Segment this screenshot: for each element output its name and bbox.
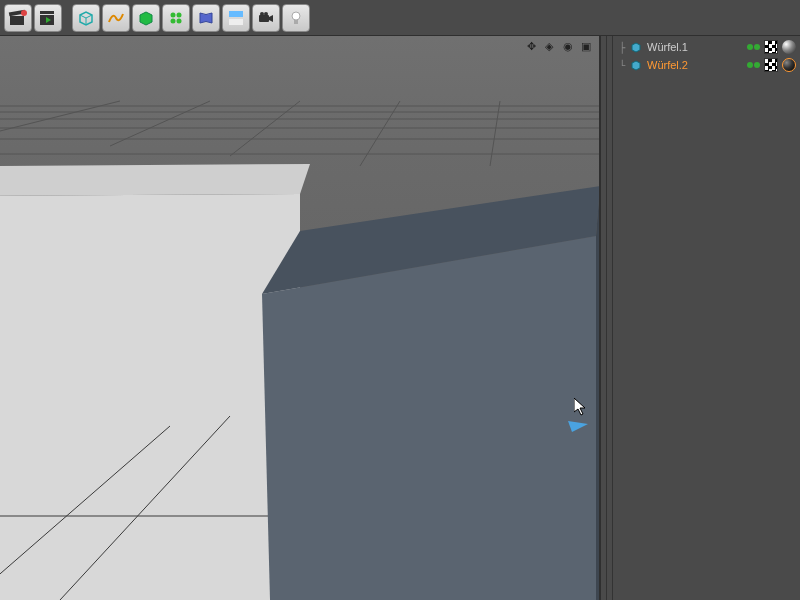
- material-tag-icon[interactable]: [782, 40, 796, 54]
- texture-tag-icon[interactable]: [764, 58, 778, 72]
- clapper-open-button[interactable]: [4, 4, 32, 32]
- texture-tag-icon[interactable]: [764, 40, 778, 54]
- svg-point-19: [260, 12, 264, 16]
- svg-rect-15: [229, 11, 243, 17]
- spline-prim-button[interactable]: [102, 4, 130, 32]
- array-prim-button[interactable]: [162, 4, 190, 32]
- tree-row-wuerfel1[interactable]: ├ Würfel.1: [615, 38, 800, 56]
- object-label: Würfel.2: [647, 59, 688, 71]
- svg-line-7: [80, 15, 86, 18]
- cube-icon: [629, 40, 643, 54]
- svg-rect-16: [229, 19, 243, 25]
- viewport-3d[interactable]: ✥ ◈ ◉ ▣: [0, 36, 600, 600]
- nurbs-prim-button[interactable]: [132, 4, 160, 32]
- maximize-icon[interactable]: ▣: [581, 40, 595, 54]
- svg-line-32: [360, 101, 400, 166]
- move-icon[interactable]: ✥: [527, 40, 541, 54]
- svg-marker-44: [632, 43, 640, 52]
- visibility-dots[interactable]: [747, 62, 760, 68]
- svg-rect-4: [40, 11, 54, 14]
- svg-rect-22: [294, 20, 298, 24]
- svg-marker-45: [632, 61, 640, 70]
- rotate-icon[interactable]: ◉: [563, 40, 577, 54]
- svg-point-2: [21, 10, 27, 16]
- svg-point-13: [171, 18, 176, 23]
- viewport-controls: ✥ ◈ ◉ ▣: [527, 40, 595, 54]
- tree-row-wuerfel2[interactable]: └ Würfel.2: [615, 56, 800, 74]
- svg-line-8: [86, 15, 92, 18]
- svg-point-11: [171, 12, 176, 17]
- cube-prim-button[interactable]: [72, 4, 100, 32]
- svg-point-14: [177, 18, 182, 23]
- svg-rect-17: [259, 15, 269, 22]
- light-prim-button[interactable]: [282, 4, 310, 32]
- svg-marker-39: [262, 236, 596, 600]
- clapper-play-button[interactable]: [34, 4, 62, 32]
- cube-icon: [629, 58, 643, 72]
- object-label: Würfel.1: [647, 41, 688, 53]
- svg-line-33: [490, 101, 500, 166]
- svg-marker-35: [0, 164, 310, 196]
- material-tag-icon[interactable]: [782, 58, 796, 72]
- svg-point-12: [177, 12, 182, 17]
- floor-prim-button[interactable]: [222, 4, 250, 32]
- svg-point-21: [292, 12, 300, 20]
- svg-point-20: [264, 12, 268, 16]
- main-toolbar: [0, 0, 800, 36]
- svg-marker-10: [140, 12, 152, 25]
- svg-marker-34: [0, 194, 300, 600]
- camera-prim-button[interactable]: [252, 4, 280, 32]
- svg-rect-0: [10, 16, 24, 25]
- visibility-dots[interactable]: [747, 44, 760, 50]
- object-manager-panel: ⋮⋮ ⋮⋮ Datei Bearbeiten Ansicht C ├ Würfe…: [600, 0, 800, 600]
- svg-marker-18: [269, 15, 273, 22]
- deformer-button[interactable]: [192, 4, 220, 32]
- zoom-icon[interactable]: ◈: [545, 40, 559, 54]
